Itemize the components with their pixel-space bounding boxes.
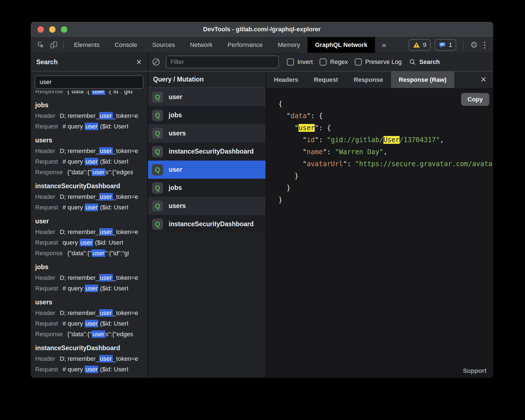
copy-button[interactable]: Copy [461,93,489,106]
search-result-line[interactable]: Request# query user ($id: UserI [31,202,147,213]
titlebar[interactable]: DevTools - gitlab.com/-/graphql-explorer [31,22,493,37]
settings-gear-icon[interactable]: ⚙ [470,41,478,49]
more-tabs-chevron-icon[interactable]: » [375,37,393,53]
query-item-jobs[interactable]: Qjobs [148,106,266,124]
json-line: } [278,182,493,194]
regex-checkbox-box[interactable] [319,58,327,66]
search-result-line[interactable]: HeaderD; remember_user_token=e [31,192,147,202]
highlighted-text: user [85,320,98,327]
query-type-badge: Q [152,201,163,212]
tab-network[interactable]: Network [182,37,220,53]
checkbox-invert[interactable]: Invert [287,58,313,66]
query-item-user[interactable]: Quser [148,161,266,179]
query-item-jobs[interactable]: Qjobs [148,179,266,197]
query-item-user[interactable]: Quser [148,88,266,106]
result-line-label: Header [35,147,55,154]
detail-tab-response[interactable]: Response [346,71,391,88]
close-detail-panel-icon[interactable]: ✕ [480,71,493,88]
search-result-title: instanceSecurityDashboard [31,342,147,354]
highlighted-text: user [85,204,98,211]
messages-badge[interactable]: 1 [435,39,456,51]
result-line-value: D; remember_user_token=e [60,355,138,362]
highlighted-text: user [92,330,105,338]
detail-tabs-list: HeadersRequestResponseResponse (Raw) [266,71,454,88]
search-result-line[interactable]: Response{"data":{"users":{"edges [31,167,147,178]
search-result-entry: instanceSecurityDashboardHeaderD; rememb… [31,180,147,213]
search-result-line[interactable]: Requestquery user ($id: UserI [31,237,147,248]
support-link[interactable]: Support [463,367,486,374]
minimize-window-button[interactable] [49,26,56,33]
toolbar-search-button[interactable]: Search [409,58,440,66]
search-result-line[interactable]: HeaderD; remember_user_token=e [31,111,147,121]
query-item-users[interactable]: Qusers [148,197,266,215]
search-result-line[interactable]: HeaderD; remember_user_token=e [31,273,147,283]
warnings-badge[interactable]: 9 [409,39,431,51]
result-line-label: Header [35,193,55,200]
result-line-label: Request [35,204,58,211]
search-result-entry: instanceSecurityDashboardHeaderD; rememb… [31,342,147,375]
search-result-entry: jobsHeaderD; remember_user_token=eReques… [31,99,147,132]
search-result-entry: usersHeaderD; remember_user_token=eReque… [31,135,147,178]
search-result-title: users [31,135,147,146]
network-toolbar: InvertRegexPreserve Log Search [148,53,493,71]
result-line-label: Request [35,158,58,165]
search-result-line[interactable]: HeaderD; remember_user_token=e [31,354,147,364]
search-result-entry: jobsHeaderD; remember_user_token=eReques… [31,261,147,294]
result-line-value: {"data":{"user":{"id":"gid [67,90,132,95]
search-result-line[interactable]: Request# query user ($id: UserI [31,318,147,329]
checkbox-regex[interactable]: Regex [319,58,348,66]
search-result-line[interactable]: Request# query user ($id: UserI [31,156,147,167]
message-count: 1 [449,41,452,49]
query-item-users[interactable]: Qusers [148,124,266,142]
search-result-line[interactable]: HeaderD; remember_user_token=e [31,146,147,156]
search-result-line[interactable]: HeaderD; remember_user_token=e [31,227,147,237]
search-result-entry: usersHeaderD; remember_user_token=eReque… [31,297,147,340]
query-item-label: instanceSecurityDashboard [169,220,254,228]
search-result-line[interactable]: Response{"data":{"user":{"id":"gi [31,248,147,259]
zoom-window-button[interactable] [61,26,67,33]
filter-input[interactable] [166,56,279,68]
json-line: "name": "Warren Day", [278,146,493,158]
traffic-lights [37,22,67,37]
checkbox-preserve-log[interactable]: Preserve Log [355,58,402,66]
json-line: "data": { [278,110,493,122]
search-result-line[interactable]: Request# query user ($id: UserI [31,364,147,375]
search-result-line[interactable]: Request# query user ($id: UserI [31,121,147,132]
tab-sources[interactable]: Sources [145,37,182,53]
kebab-menu-icon[interactable] [482,42,488,49]
tab-performance[interactable]: Performance [220,37,270,53]
inspect-element-icon[interactable] [35,37,47,53]
search-result-line[interactable]: Response{"data":{"user":{"id":"gid [31,90,147,97]
chat-bubble-icon [439,42,446,48]
search-result-line[interactable]: HeaderD; remember_user_token=e [31,308,147,318]
device-toolbar-icon[interactable] [47,37,60,53]
highlighted-text: user [99,309,113,317]
tab-elements[interactable]: Elements [66,37,107,53]
result-line-label: Response [35,250,63,257]
invert-checkbox-box[interactable] [287,58,294,66]
detail-tab-headers[interactable]: Headers [266,71,306,88]
result-line-value: # query user ($id: UserI [63,204,128,211]
highlighted-text: user [99,274,113,281]
result-line-label: Request [35,239,58,246]
clear-log-icon[interactable] [152,58,160,66]
close-search-panel-icon[interactable]: ✕ [136,58,142,66]
query-item-instancesecuritydashboard[interactable]: QinstanceSecurityDashboard [148,142,266,161]
search-result-line[interactable]: Response{"data":{"users":{"edges [31,329,147,340]
detail-tab-request[interactable]: Request [306,71,346,88]
close-window-button[interactable] [37,26,44,33]
search-result-title: instanceSecurityDashboard [31,180,147,192]
result-line-label: Request [35,123,58,130]
tab-graphql-network[interactable]: GraphQL Network [307,37,375,53]
search-query-input[interactable] [35,75,144,89]
search-result-line[interactable]: Request# query user ($id: UserI [31,283,147,294]
query-item-instancesecuritydashboard[interactable]: QinstanceSecurityDashboard [148,215,266,233]
search-input-wrap [31,71,147,89]
tab-memory[interactable]: Memory [270,37,307,53]
toolbar-divider [63,41,64,49]
tab-console[interactable]: Console [107,37,145,53]
preserve-log-checkbox-box[interactable] [355,58,362,66]
search-result-title: jobs [31,99,147,111]
query-type-badge: Q [152,146,163,157]
detail-tab-response-raw[interactable]: Response (Raw) [391,71,454,88]
